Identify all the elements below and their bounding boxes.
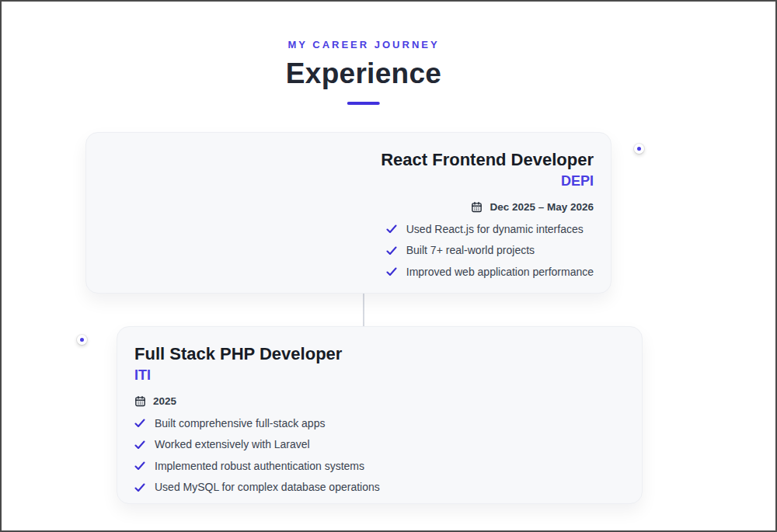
highlight-text: Improved web application performance — [406, 266, 594, 280]
list-item: Built comprehensive full-stack apps — [134, 417, 380, 431]
highlights-list: Built comprehensive full-stack apps Work… — [134, 417, 380, 495]
calendar-icon — [471, 201, 483, 213]
period-text: Dec 2025 – May 2026 — [490, 201, 594, 213]
check-icon — [134, 440, 145, 450]
experience-card-react-frontend: React Frontend Developer DEPI — [85, 132, 611, 294]
timeline-dot — [77, 335, 87, 345]
period-row: Dec 2025 – May 2026 — [471, 201, 594, 213]
list-item: Built 7+ real-world projects — [386, 244, 594, 258]
highlights-list: Used React.js for dynamic interfaces Bui… — [386, 223, 594, 280]
highlight-text: Built comprehensive full-stack apps — [155, 417, 325, 431]
list-item: Improved web application performance — [386, 266, 594, 280]
company-name: ITI — [134, 367, 151, 384]
timeline-connector-line — [363, 294, 364, 326]
eyebrow-label: MY CAREER JOURNEY — [286, 39, 441, 50]
highlight-text: Built 7+ real-world projects — [406, 244, 535, 258]
calendar-icon — [134, 395, 146, 407]
experience-section-page: MY CAREER JOURNEY Experience React Front… — [0, 0, 777, 532]
list-item: Used MySQL for complex database operatio… — [134, 481, 380, 495]
page-title: Experience — [286, 57, 441, 90]
timeline-dot — [634, 144, 644, 154]
title-underline-bar — [347, 102, 380, 105]
check-icon — [134, 483, 145, 492]
period-text: 2025 — [153, 395, 176, 407]
check-icon — [386, 224, 397, 234]
list-item: Used React.js for dynamic interfaces — [386, 223, 594, 237]
role-title: Full Stack PHP Developer — [134, 343, 342, 365]
list-item: Implemented robust authentication system… — [134, 460, 380, 474]
role-title: React Frontend Developer — [381, 149, 594, 171]
company-name: DEPI — [561, 173, 594, 190]
experience-card-fullstack-php: Full Stack PHP Developer ITI — [117, 326, 643, 504]
check-icon — [134, 461, 145, 471]
period-row: 2025 — [134, 395, 176, 407]
highlight-text: Used React.js for dynamic interfaces — [406, 223, 584, 237]
highlight-text: Used MySQL for complex database operatio… — [155, 481, 380, 495]
highlight-text: Worked extensively with Laravel — [155, 438, 310, 452]
list-item: Worked extensively with Laravel — [134, 438, 380, 452]
check-icon — [386, 246, 397, 256]
section-header: MY CAREER JOURNEY Experience — [286, 39, 441, 105]
check-icon — [386, 267, 397, 276]
highlight-text: Implemented robust authentication system… — [155, 460, 364, 474]
check-icon — [134, 419, 145, 428]
